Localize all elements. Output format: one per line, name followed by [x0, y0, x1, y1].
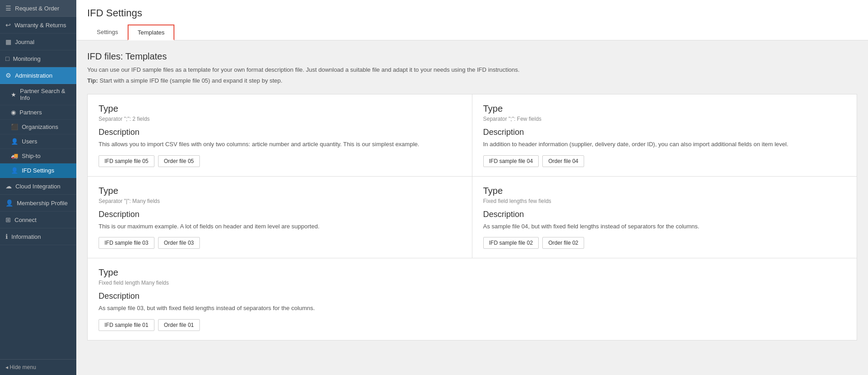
- sidebar-item-label: Journal: [15, 39, 35, 45]
- sidebar-sub-item-label: IFD Settings: [22, 167, 55, 174]
- sidebar-item-journal[interactable]: ▦ Journal: [0, 34, 76, 50]
- monitoring-icon: □: [5, 55, 9, 62]
- sidebar-item-information[interactable]: ℹ Information: [0, 228, 76, 245]
- type-sub-04: Separator ";": Few fields: [483, 116, 846, 122]
- sidebar-item-request-order[interactable]: ☰ Request & Order: [0, 0, 76, 17]
- sidebar-item-label: Warranty & Returns: [15, 22, 66, 29]
- order-file-02-button[interactable]: Order file 02: [542, 237, 584, 249]
- sidebar-item-membership-profile[interactable]: 👤 Membership Profile: [0, 195, 76, 212]
- template-card-03: Type Separator "|": Many fields Descript…: [88, 177, 472, 258]
- ifd-settings-icon: 👤: [11, 167, 18, 174]
- warranty-returns-icon: ↩: [5, 21, 11, 29]
- desc-label-01: Description: [99, 291, 846, 301]
- sidebar: ☰ Request & Order ↩ Warranty & Returns ▦…: [0, 0, 76, 375]
- template-card-05: Type Separator ";": 2 fields Description…: [88, 94, 472, 176]
- desc-text-03: This is our maximum example. A lot of fi…: [99, 222, 461, 231]
- tip-text: Start with a simple IFD file (sample fil…: [99, 77, 282, 84]
- desc-label-04: Description: [483, 128, 846, 137]
- order-file-04-button[interactable]: Order file 04: [542, 155, 584, 167]
- buttons-02: IFD sample file 02 Order file 02: [483, 237, 846, 249]
- tip-prefix: Tip:: [87, 77, 98, 84]
- page-header: IFD Settings Settings Templates: [76, 0, 868, 40]
- desc-label-05: Description: [99, 128, 461, 137]
- type-sub-02: Fixed field lengths few fields: [483, 198, 846, 204]
- template-card-02: Type Fixed field lengths few fields Desc…: [472, 177, 857, 258]
- sidebar-sub-item-partners[interactable]: ◉ Partners: [0, 105, 76, 120]
- order-file-01-button[interactable]: Order file 01: [158, 319, 200, 331]
- connect-icon: ⊞: [5, 216, 11, 223]
- journal-icon: ▦: [5, 38, 11, 45]
- main-content: IFD Settings Settings Templates IFD file…: [76, 0, 868, 375]
- tab-bar: Settings Templates: [87, 25, 857, 40]
- order-file-05-button[interactable]: Order file 05: [158, 155, 200, 167]
- desc-text-01: As sample file 03, but with fixed field …: [99, 304, 846, 313]
- buttons-05: IFD sample file 05 Order file 05: [99, 155, 461, 167]
- section-title: IFD files: Templates: [87, 51, 857, 62]
- type-sub-01: Fixed field length Many fields: [99, 280, 846, 286]
- desc-text-02: As sample file 04, but with fixed field …: [483, 222, 846, 231]
- sidebar-item-label: Information: [11, 233, 41, 240]
- sidebar-item-label: Cloud Integration: [15, 183, 60, 190]
- type-label-02: Type: [483, 186, 846, 196]
- membership-profile-icon: 👤: [5, 199, 13, 207]
- sidebar-item-label: Connect: [15, 217, 36, 223]
- sidebar-sub-item-label: Ship-to: [22, 153, 40, 159]
- organizations-icon: ⬛: [11, 123, 18, 130]
- sidebar-sub-item-partner-search[interactable]: ★ Partner Search & Info: [0, 84, 76, 105]
- sidebar-item-label: Membership Profile: [17, 200, 68, 207]
- sidebar-sub-item-label: Organizations: [22, 123, 58, 130]
- sidebar-sub-item-users[interactable]: 👤 Users: [0, 134, 76, 149]
- information-icon: ℹ: [5, 233, 8, 240]
- sidebar-sub-item-ship-to[interactable]: 🚚 Ship-to: [0, 149, 76, 163]
- order-file-03-button[interactable]: Order file 03: [158, 237, 200, 249]
- sidebar-sub-item-label: Partners: [20, 109, 42, 116]
- ship-to-icon: 🚚: [11, 153, 18, 159]
- type-label-03: Type: [99, 186, 461, 196]
- desc-text-04: In addition to header information (suppl…: [483, 140, 846, 149]
- section-intro: You can use our IFD sample files as a te…: [87, 65, 857, 74]
- sidebar-item-cloud-integration[interactable]: ☁ Cloud Integration: [0, 178, 76, 195]
- desc-label-03: Description: [99, 210, 461, 219]
- desc-text-05: This allows you to import CSV files with…: [99, 140, 461, 149]
- sidebar-item-label: Administration: [15, 72, 52, 79]
- type-sub-03: Separator "|": Many fields: [99, 198, 461, 204]
- sidebar-item-monitoring[interactable]: □ Monitoring: [0, 50, 76, 67]
- ifd-sample-file-04-button[interactable]: IFD sample file 04: [483, 155, 539, 167]
- ifd-sample-file-01-button[interactable]: IFD sample file 01: [99, 319, 154, 331]
- sidebar-item-warranty-returns[interactable]: ↩ Warranty & Returns: [0, 17, 76, 34]
- type-label-01: Type: [99, 267, 846, 278]
- sidebar-item-label: Request & Order: [15, 5, 60, 12]
- hide-menu-button[interactable]: ◂ Hide menu: [0, 359, 76, 375]
- section-tip: Tip: Start with a simple IFD file (sampl…: [87, 76, 857, 85]
- buttons-01: IFD sample file 01 Order file 01: [99, 319, 846, 331]
- administration-icon: ⚙: [5, 72, 11, 79]
- sidebar-sub-item-label: Partner Search & Info: [20, 88, 71, 101]
- users-icon: 👤: [11, 138, 18, 145]
- cloud-integration-icon: ☁: [5, 183, 12, 190]
- ifd-sample-file-03-button[interactable]: IFD sample file 03: [99, 237, 154, 249]
- sidebar-sub-item-organizations[interactable]: ⬛ Organizations: [0, 120, 76, 134]
- sidebar-sub-item-label: Users: [22, 138, 37, 145]
- tab-settings[interactable]: Settings: [87, 25, 128, 40]
- tab-templates[interactable]: Templates: [128, 25, 174, 40]
- desc-label-02: Description: [483, 210, 846, 219]
- template-card-01: Type Fixed field length Many fields Desc…: [87, 258, 857, 340]
- type-sub-05: Separator ";": 2 fields: [99, 116, 461, 122]
- template-card-04: Type Separator ";": Few fields Descripti…: [472, 94, 857, 176]
- ifd-sample-file-05-button[interactable]: IFD sample file 05: [99, 155, 154, 167]
- templates-second-row: Type Separator "|": Many fields Descript…: [87, 177, 857, 259]
- ifd-sample-file-02-button[interactable]: IFD sample file 02: [483, 237, 539, 249]
- templates-top-row: Type Separator ";": 2 fields Description…: [87, 94, 857, 177]
- type-label-04: Type: [483, 104, 846, 114]
- sidebar-sub-item-ifd-settings[interactable]: 👤 IFD Settings: [0, 163, 76, 178]
- content-area: IFD files: Templates You can use our IFD…: [76, 40, 868, 375]
- partners-icon: ◉: [11, 109, 16, 116]
- sidebar-item-connect[interactable]: ⊞ Connect: [0, 212, 76, 228]
- type-label-05: Type: [99, 104, 461, 114]
- buttons-03: IFD sample file 03 Order file 03: [99, 237, 461, 249]
- request-order-icon: ☰: [5, 5, 11, 12]
- sidebar-item-administration[interactable]: ⚙ Administration: [0, 67, 76, 84]
- partner-search-icon: ★: [11, 91, 16, 98]
- hide-menu-label: ◂ Hide menu: [5, 364, 36, 370]
- sidebar-item-label: Monitoring: [13, 55, 40, 62]
